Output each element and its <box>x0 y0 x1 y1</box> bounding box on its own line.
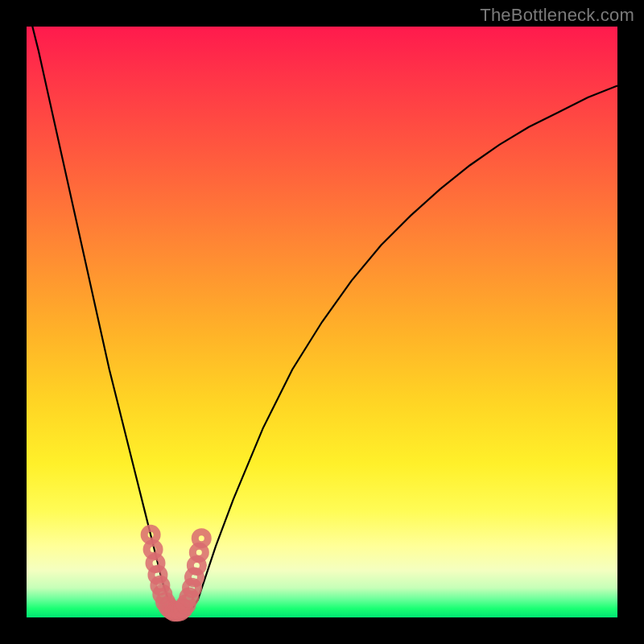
outer-frame: TheBottleneck.com <box>0 0 644 644</box>
highlight-markers <box>144 528 208 617</box>
marker-dot <box>195 532 208 545</box>
watermark-text: TheBottleneck.com <box>480 5 634 26</box>
chart-svg <box>27 27 617 617</box>
plot-area <box>27 27 617 617</box>
bottleneck-curve <box>27 3 617 612</box>
